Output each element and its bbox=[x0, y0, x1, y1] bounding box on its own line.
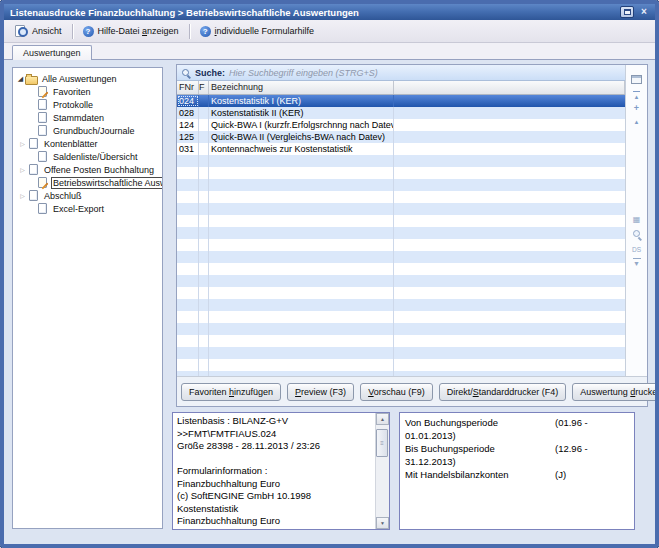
ansicht-button[interactable]: Ansicht bbox=[8, 22, 69, 40]
search-icon bbox=[181, 68, 191, 78]
document-icon bbox=[27, 190, 39, 201]
zoom-icon[interactable] bbox=[626, 229, 647, 239]
search-bar[interactable]: Suche: Hier Suchbegriff eingeben (STRG+S… bbox=[177, 65, 625, 81]
info-line: (c) SoftENGINE GmbH 09.1998 bbox=[177, 528, 373, 531]
table-row-empty bbox=[177, 287, 625, 299]
table-row-selected[interactable]: 024 Kostenstatistik I (KER) bbox=[177, 95, 625, 107]
expander-expanded-icon[interactable]: ◢ bbox=[16, 75, 25, 83]
column-header-empty[interactable] bbox=[394, 81, 625, 94]
column-header-fnr[interactable]: FNr bbox=[177, 81, 199, 94]
cell-bezeichnung: Kostenstatistik I (KER) bbox=[209, 95, 394, 107]
direkt-standarddrucker-button[interactable]: Direkt/Standarddrucker (F4) bbox=[439, 383, 567, 401]
scroll-to-top-icon[interactable]: ▲ bbox=[626, 91, 647, 102]
cell-fnr: 024 bbox=[177, 95, 199, 107]
table-row[interactable]: 124 Quick-BWA I (kurzfr.Erfolgsrchnng na… bbox=[177, 119, 625, 131]
action-button-bar: Favoriten hinzufügen Preview (F3) Vorsch… bbox=[177, 376, 647, 406]
document-icon bbox=[36, 151, 48, 162]
category-tree-panel: ◢ Alle Auswertungen Favoriten Protokolle… bbox=[12, 67, 163, 529]
table-row-empty bbox=[177, 179, 625, 191]
toolbar-separator bbox=[72, 24, 73, 39]
cell-empty bbox=[394, 131, 625, 143]
table-row-empty bbox=[177, 359, 625, 371]
expander-collapsed-icon[interactable]: ▷ bbox=[18, 140, 27, 147]
document-icon bbox=[36, 125, 48, 136]
tree-item-saldenliste[interactable]: Saldenliste/Übersicht bbox=[13, 150, 162, 163]
table-row-empty bbox=[177, 311, 625, 323]
close-icon: × bbox=[641, 6, 647, 18]
scrollbar-up-icon[interactable]: ▲ bbox=[376, 413, 389, 425]
tree-item-excel-export[interactable]: Excel-Export bbox=[13, 202, 162, 215]
auswertung-drucken-button[interactable]: Auswertung drucken bbox=[572, 383, 659, 401]
tab-auswertungen[interactable]: Auswertungen bbox=[12, 45, 92, 61]
tree-item-kontenblaetter[interactable]: ▷ Kontenblätter bbox=[13, 137, 162, 150]
table-row[interactable]: 031 Kontennachweis zur Kostenstatistik bbox=[177, 143, 625, 155]
table-row-empty bbox=[177, 251, 625, 263]
column-header-f[interactable]: F bbox=[199, 81, 209, 94]
grid-view-icon[interactable]: ▦ bbox=[626, 215, 647, 225]
tree-item-stammdaten[interactable]: Stammdaten bbox=[13, 111, 162, 124]
parameter-entry: Mit Handelsbilanzkonten(J) bbox=[405, 468, 629, 481]
info-line: Formularinformation : bbox=[177, 465, 373, 478]
expander-collapsed-icon[interactable]: ▷ bbox=[18, 192, 27, 199]
table-row-empty bbox=[177, 347, 625, 359]
cell-empty bbox=[394, 119, 625, 131]
info-line: Größe 28398 - 28.11.2013 / 23:26 bbox=[177, 440, 373, 453]
info-line: Listenbasis : BILANZ-G+V bbox=[177, 415, 373, 428]
tree-item-favoriten[interactable]: Favoriten bbox=[13, 85, 162, 98]
table-row[interactable]: 125 Quick-BWA II (Vergleichs-BWA nach Da… bbox=[177, 131, 625, 143]
cell-fnr: 031 bbox=[177, 143, 199, 155]
table-row-empty bbox=[177, 335, 625, 347]
cell-empty bbox=[394, 107, 625, 119]
filter-icon[interactable]: ▼ bbox=[626, 258, 647, 269]
parameter-label: Bis Buchungsperiode bbox=[405, 442, 555, 455]
info-line bbox=[177, 453, 373, 466]
list-info-panel: Listenbasis : BILANZ-G+V >>FMT\FMTFIAUS.… bbox=[172, 412, 390, 530]
parameter-label: Mit Handelsbilanzkonten bbox=[405, 468, 555, 481]
tree-item-offene-posten[interactable]: ▷ Offene Posten Buchhaltung bbox=[13, 163, 162, 176]
column-chooser-icon[interactable] bbox=[631, 75, 642, 84]
cell-bezeichnung: Quick-BWA I (kurzfr.Erfolgsrchnng nach D… bbox=[209, 119, 394, 131]
document-icon bbox=[36, 203, 48, 214]
table-row-empty bbox=[177, 263, 625, 275]
formularhilfe-button[interactable]: ? individuelle Formularhilfe bbox=[193, 23, 322, 40]
title-bar[interactable]: Listenausdrucke Finanzbuchhaltung > Betr… bbox=[4, 4, 655, 20]
vorschau-button[interactable]: Vorschau (F9) bbox=[360, 383, 433, 401]
restore-button[interactable] bbox=[620, 6, 634, 18]
info-scrollbar[interactable]: ▲ ≡ ▼ bbox=[375, 413, 389, 529]
hilfe-datei-label: Hilfe-Datei anzeigen bbox=[98, 26, 179, 36]
scroll-up-icon[interactable]: ▲ bbox=[626, 117, 647, 127]
table-row-empty bbox=[177, 299, 625, 311]
preview-button[interactable]: Preview (F3) bbox=[287, 383, 354, 401]
table-row-empty bbox=[177, 215, 625, 227]
search-placeholder[interactable]: Hier Suchbegriff eingeben (STRG+S) bbox=[229, 68, 378, 78]
cell-f bbox=[199, 95, 209, 107]
parameter-label: Von Buchungsperiode bbox=[405, 416, 555, 429]
toolbar: Ansicht ? Hilfe-Datei anzeigen ? individ… bbox=[4, 20, 655, 43]
close-button[interactable]: × bbox=[637, 6, 651, 18]
document-icon bbox=[27, 138, 39, 149]
table-row[interactable]: 028 Kostenstatistik II (KER) bbox=[177, 107, 625, 119]
column-header-bezeichnung[interactable]: Bezeichnung bbox=[209, 81, 394, 94]
tree-item-alle-auswertungen[interactable]: ◢ Alle Auswertungen bbox=[13, 72, 162, 85]
table-header: FNr F Bezeichnung bbox=[177, 81, 625, 95]
table-row-empty bbox=[177, 167, 625, 179]
cell-empty bbox=[394, 95, 625, 107]
tab-strip: Auswertungen bbox=[4, 43, 655, 60]
favorites-icon bbox=[36, 86, 48, 97]
tree-item-protokolle[interactable]: Protokolle bbox=[13, 98, 162, 111]
tree-item-abschluss[interactable]: ▷ Abschluß bbox=[13, 189, 162, 202]
ds-icon[interactable]: DS bbox=[626, 245, 647, 255]
tree-item-grundbuch-journale[interactable]: Grundbuch/Journale bbox=[13, 124, 162, 137]
add-icon[interactable]: + bbox=[626, 103, 647, 113]
tree-item-betriebswirtschaftliche-auswertungen[interactable]: Betriebswirtschaftliche Auswertungen bbox=[13, 176, 162, 189]
favoriten-hinzufuegen-button[interactable]: Favoriten hinzufügen bbox=[181, 383, 281, 401]
folder-icon bbox=[25, 73, 37, 84]
hilfe-datei-button[interactable]: ? Hilfe-Datei anzeigen bbox=[76, 23, 186, 40]
scrollbar-down-icon[interactable]: ▼ bbox=[376, 517, 389, 529]
scrollbar-thumb[interactable]: ≡ bbox=[376, 429, 388, 457]
app-window: Listenausdrucke Finanzbuchhaltung > Betr… bbox=[0, 0, 659, 548]
restore-icon bbox=[624, 9, 631, 15]
view-magnifier-icon bbox=[15, 25, 28, 37]
parameter-entry: Bis Buchungsperiode(12.96 - 31.12.2013) bbox=[405, 442, 629, 468]
expander-collapsed-icon[interactable]: ▷ bbox=[18, 166, 27, 173]
